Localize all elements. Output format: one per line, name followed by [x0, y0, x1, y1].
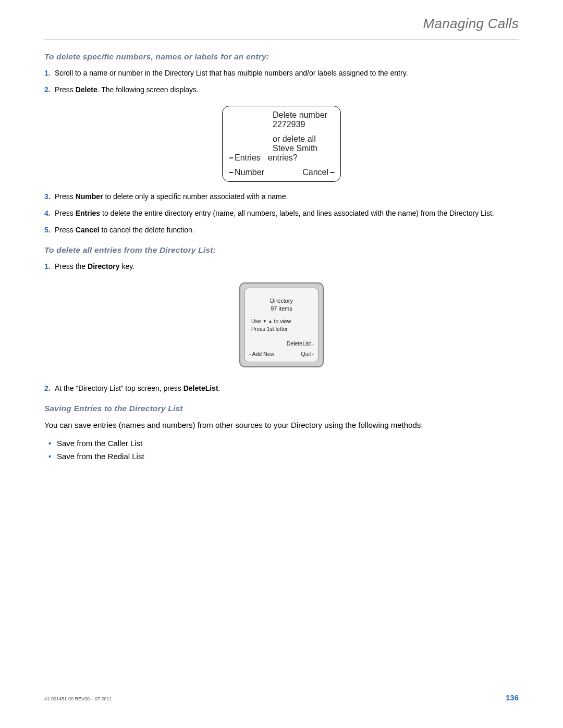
step-3-prefix: Press [55, 192, 76, 201]
page: Managing Calls To delete specific number… [0, 0, 563, 728]
step-5-bold: Cancel [76, 226, 100, 234]
step2-2-prefix: At the “Directory List” top screen, pres… [55, 384, 183, 392]
steps-list-2b: At the “Directory List” top screen, pres… [44, 383, 519, 393]
softkey-addnew: Add New [252, 350, 275, 357]
step-3-bold: Number [76, 192, 103, 201]
dash-icon: - [312, 340, 314, 347]
screen1-line3: or delete all [273, 134, 334, 144]
page-footer: 41-001451-00 REV00 – 07.2011 136 [44, 693, 519, 702]
phone-screen-delete-number: Delete number 2272939 or delete all Stev… [44, 106, 519, 182]
triangle-up-icon: ▲ [268, 319, 273, 324]
bullet-redial-list: Save from the Redial List [46, 450, 519, 463]
use-prefix: Use [251, 317, 261, 325]
step-5: Press Cancel to cancel the delete functi… [44, 225, 519, 235]
dash-icon: – [229, 153, 233, 163]
steps-list-1b: Press Number to delete only a specific n… [44, 191, 519, 236]
screen2-softkey-row2: - Add New Quit- [249, 350, 314, 357]
screen1-softkey-row-bottom: – Number Cancel – [229, 168, 334, 177]
step-4-suffix: to delete the entire directory entry (na… [100, 209, 494, 217]
dash-icon: - [312, 350, 314, 357]
dash-icon: – [330, 168, 334, 177]
step-4-bold: Entries [76, 209, 100, 217]
step-2-bold: Delete [76, 85, 97, 94]
phone-lcd: Directory 97 items Use ▼ ▲ to view Press… [244, 288, 319, 362]
step-1-text: Scroll to a name or number in the Direct… [55, 69, 408, 77]
phone-screen-directory: Directory 97 items Use ▼ ▲ to view Press… [44, 282, 519, 367]
screen2-press-row: Press 1st letter [249, 325, 314, 332]
steps-list-2a: Press the Directory key. [44, 261, 519, 272]
step-3: Press Number to delete only a specific n… [44, 191, 519, 202]
bullet-caller-list: Save from the Caller List [46, 437, 519, 450]
phone-bezel: Directory 97 items Use ▼ ▲ to view Press… [239, 282, 324, 367]
section-heading-delete-all: To delete all entries from the Directory… [44, 245, 519, 255]
dash-icon: – [229, 168, 233, 177]
footer-document-id: 41-001451-00 REV00 – 07.2011 [44, 696, 112, 701]
step2-1-prefix: Press the [55, 262, 88, 270]
screen2-use-row: Use ▼ ▲ to view [249, 317, 314, 325]
step2-2-suffix: . [218, 384, 221, 392]
step-4-prefix: Press [55, 209, 76, 217]
phone-screen-frame: Delete number 2272939 or delete all Stev… [222, 106, 341, 182]
step2-1: Press the Directory key. [44, 261, 519, 272]
step-2: Press Delete. The following screen displ… [44, 84, 519, 95]
softkey-deletelist: DeleteList [287, 340, 311, 347]
step-3-suffix: to delete only a specific number associa… [103, 192, 288, 201]
softkey-cancel: Cancel [302, 168, 328, 177]
page-header-title: Managing Calls [44, 16, 519, 40]
screen1-line1: Delete number [273, 110, 334, 120]
section-heading-saving-entries: Saving Entries to the Directory List [44, 404, 519, 413]
triangle-down-icon: ▼ [263, 319, 267, 324]
step2-2: At the “Directory List” top screen, pres… [44, 383, 519, 393]
step-1: Scroll to a name or number in the Direct… [44, 68, 519, 78]
saving-bullets: Save from the Caller List Save from the … [44, 437, 519, 463]
dash-icon: - [249, 350, 251, 357]
step2-2-bold: DeleteList [183, 384, 218, 392]
screen1-line4: Steve Smith [273, 144, 334, 153]
section-heading-delete-specific: To delete specific numbers, names or lab… [44, 52, 519, 61]
screen2-softkey-row1: DeleteList- [249, 340, 314, 347]
screen2-title: Directory [249, 297, 314, 305]
step2-1-suffix: key. [120, 262, 135, 270]
screen1-softkey-row-entries: – Entries entries? [229, 153, 334, 163]
screen2-count: 97 items [249, 305, 314, 313]
softkey-number: Number [235, 168, 264, 177]
step-2-suffix: . The following screen displays. [97, 85, 199, 94]
use-suffix: to view [274, 317, 291, 325]
step-5-suffix: to cancel the delete function. [100, 226, 194, 234]
footer-page-number: 136 [506, 693, 519, 702]
saving-intro: You can save entries (names and numbers)… [44, 419, 519, 431]
screen1-line2: 2272939 [273, 120, 334, 129]
step2-1-bold: Directory [88, 262, 119, 270]
steps-list-1a: Scroll to a name or number in the Direct… [44, 68, 519, 95]
step-2-prefix: Press [55, 85, 76, 94]
step-5-prefix: Press [55, 226, 76, 234]
step-4: Press Entries to delete the entire direc… [44, 208, 519, 218]
softkey-entries: Entries [235, 153, 261, 163]
screen1-entries-q: entries? [268, 153, 298, 163]
softkey-quit: Quit [301, 350, 311, 357]
